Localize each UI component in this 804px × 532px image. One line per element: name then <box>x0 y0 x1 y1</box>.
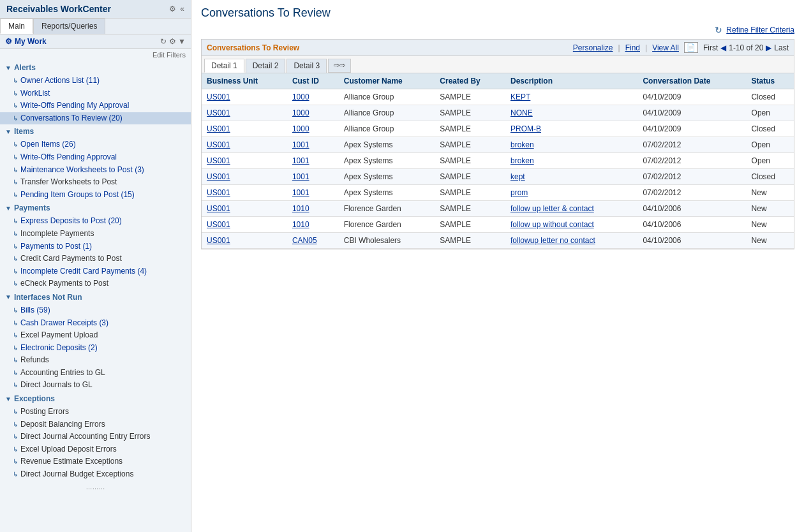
cell-bu[interactable]: US001 <box>202 105 287 121</box>
cell-custid[interactable]: 1001 <box>287 169 339 185</box>
sidebar-item-direct-journal-accounting[interactable]: ↳ Direct Journal Accounting Entry Errors <box>0 431 191 443</box>
refresh-icon[interactable]: ↻ <box>160 37 167 46</box>
cell-date: 04/10/2006 <box>637 217 746 233</box>
pagination-prev-icon[interactable]: ◀ <box>720 43 726 52</box>
find-link[interactable]: Find <box>625 43 640 52</box>
interfaces-triangle-icon: ▼ <box>5 293 11 300</box>
sidebar-item-refunds[interactable]: ↳ Refunds <box>0 354 191 367</box>
spreadsheet-icon[interactable]: 📄 <box>684 42 698 53</box>
table-row: US001CAN05CBI WholesalersSAMPLEfollowup … <box>202 233 794 249</box>
sidebar-item-direct-journals-gl[interactable]: ↳ Direct Journals to GL <box>0 379 191 392</box>
tab-detail-2[interactable]: Detail 2 <box>246 59 286 73</box>
cell-date: 04/10/2006 <box>637 201 746 217</box>
cell-custid[interactable]: 1001 <box>287 185 339 201</box>
cell-custid[interactable]: 1000 <box>287 105 339 121</box>
exceptions-triangle-icon: ▼ <box>5 395 11 403</box>
cell-custid[interactable]: 1000 <box>287 121 339 137</box>
cell-description[interactable]: broken <box>505 137 637 153</box>
sidebar-item-worklist[interactable]: ↳ WorkList <box>0 87 191 100</box>
cell-bu[interactable]: US001 <box>202 169 287 185</box>
sidebar-item-revenue-estimate[interactable]: ↳ Revenue Estimate Exceptions <box>0 455 191 468</box>
settings-dropdown-icon[interactable]: ⚙ ▼ <box>169 37 186 46</box>
pagination-first[interactable]: First <box>703 43 718 52</box>
sidebar-item-owner-actions[interactable]: ↳ Owner Actions List (11) <box>0 75 191 87</box>
sidebar-item-excel-payment-upload[interactable]: ↳ Excel Payment Upload <box>0 329 191 342</box>
refine-filter-link[interactable]: Refine Filter Criteria <box>726 26 794 34</box>
sidebar-item-excel-upload-errors[interactable]: ↳ Excel Upload Deposit Errors <box>0 443 191 456</box>
cell-custid[interactable]: 1010 <box>287 217 339 233</box>
cell-bu[interactable]: US001 <box>202 89 287 105</box>
cell-status: Closed <box>747 169 794 185</box>
tab-expand-icon[interactable]: ⇨⇨ <box>328 59 351 73</box>
collapse-icon[interactable]: « <box>180 4 184 13</box>
sidebar-item-echeck-payments[interactable]: ↳ eCheck Payments to Post <box>0 277 191 290</box>
sidebar-item-deposit-balancing[interactable]: ↳ Deposit Balancing Errors <box>0 418 191 431</box>
tab-reports-queries[interactable]: Reports/Queries <box>33 18 105 34</box>
sidebar-item-open-items[interactable]: ↳ Open Items (26) <box>0 138 191 151</box>
cell-description[interactable]: PROM-B <box>505 121 637 137</box>
sidebar-item-credit-card-payments[interactable]: ↳ Credit Card Payments to Post <box>0 253 191 265</box>
cell-custid[interactable]: 1001 <box>287 153 339 169</box>
cell-createdby: SAMPLE <box>435 201 505 217</box>
cell-bu[interactable]: US001 <box>202 137 287 153</box>
tab-main[interactable]: Main <box>0 18 33 34</box>
sidebar-item-bills[interactable]: ↳ Bills (59) <box>0 304 191 317</box>
refine-bar: ↻ Refine Filter Criteria <box>201 25 794 35</box>
cell-description[interactable]: NONE <box>505 105 637 121</box>
cell-bu[interactable]: US001 <box>202 185 287 201</box>
cell-description[interactable]: KEPT <box>505 89 637 105</box>
cell-description[interactable]: follow up without contact <box>505 217 637 233</box>
table-row: US0011001Apex SystemsSAMPLEbroken07/02/2… <box>202 137 794 153</box>
sidebar-item-payments-to-post[interactable]: ↳ Payments to Post (1) <box>0 240 191 253</box>
cell-status: Closed <box>747 121 794 137</box>
refresh-icon[interactable]: ↻ <box>715 25 722 35</box>
payments-section-header[interactable]: ▼ Payments <box>0 201 191 215</box>
sidebar-item-maintenance-worksheets[interactable]: ↳ Maintenance Worksheets to Post (3) <box>0 164 191 177</box>
cell-bu[interactable]: US001 <box>202 201 287 217</box>
sidebar-item-writeoffs-pending[interactable]: ↳ Write-Offs Pending Approval <box>0 151 191 164</box>
sidebar-item-direct-journal-budget[interactable]: ↳ Direct Journal Budget Exceptions <box>0 468 191 481</box>
pagination-next-icon[interactable]: ▶ <box>766 43 771 52</box>
cell-custid[interactable]: 1001 <box>287 137 339 153</box>
sidebar-item-electronic-deposits[interactable]: ↳ Electronic Deposits (2) <box>0 342 191 355</box>
sidebar-item-transfer-worksheets[interactable]: ↳ Transfer Worksheets to Post <box>0 176 191 189</box>
sidebar-item-express-deposits[interactable]: ↳ Express Deposits to Post (20) <box>0 215 191 228</box>
cell-description[interactable]: prom <box>505 185 637 201</box>
gear-icon[interactable]: ⚙ <box>169 4 176 13</box>
item-arrow-icon: ↳ <box>13 332 18 339</box>
sidebar-item-incomplete-payments[interactable]: ↳ Incomplete Payments <box>0 228 191 240</box>
exceptions-section-header[interactable]: ▼ Exceptions <box>0 392 191 406</box>
item-arrow-icon: ↳ <box>13 115 18 122</box>
tab-detail-1[interactable]: Detail 1 <box>204 59 244 73</box>
sidebar-item-incomplete-credit-card[interactable]: ↳ Incomplete Credit Card Payments (4) <box>0 265 191 278</box>
cell-description[interactable]: kept <box>505 169 637 185</box>
cell-custid[interactable]: 1010 <box>287 201 339 217</box>
cell-bu[interactable]: US001 <box>202 217 287 233</box>
sidebar-item-cash-drawer[interactable]: ↳ Cash Drawer Receipts (3) <box>0 317 191 330</box>
table-row: US0011000Alliance GroupSAMPLENONE04/10/2… <box>202 105 794 121</box>
view-all-link[interactable]: View All <box>652 43 679 52</box>
interfaces-section-header[interactable]: ▼ Interfaces Not Run <box>0 290 191 304</box>
tab-detail-3[interactable]: Detail 3 <box>287 59 327 73</box>
cell-status: New <box>747 217 794 233</box>
cell-bu[interactable]: US001 <box>202 121 287 137</box>
sidebar-item-posting-errors[interactable]: ↳ Posting Errors <box>0 406 191 418</box>
cell-bu[interactable]: US001 <box>202 233 287 249</box>
pagination-info: 1-10 of 20 <box>729 43 763 52</box>
sidebar-item-pending-item-groups[interactable]: ↳ Pending Item Groups to Post (15) <box>0 189 191 202</box>
sidebar-item-conversations-review[interactable]: ↳ Conversations To Review (20) <box>0 112 191 125</box>
cell-bu[interactable]: US001 <box>202 153 287 169</box>
cell-description[interactable]: broken <box>505 153 637 169</box>
cell-date: 04/10/2009 <box>637 105 746 121</box>
alerts-section-header[interactable]: ▼ Alerts <box>0 61 191 75</box>
cell-description[interactable]: followup letter no contact <box>505 233 637 249</box>
sidebar-item-writeoffs-approval[interactable]: ↳ Write-Offs Pending My Approval <box>0 100 191 112</box>
cell-custid[interactable]: CAN05 <box>287 233 339 249</box>
sidebar-item-accounting-entries-gl[interactable]: ↳ Accounting Entries to GL <box>0 367 191 380</box>
cell-custname: Apex Systems <box>339 153 435 169</box>
pagination-last[interactable]: Last <box>774 43 789 52</box>
cell-custid[interactable]: 1000 <box>287 89 339 105</box>
items-section-header[interactable]: ▼ Items <box>0 124 191 138</box>
personalize-link[interactable]: Personalize <box>573 43 613 52</box>
cell-description[interactable]: follow up letter & contact <box>505 201 637 217</box>
